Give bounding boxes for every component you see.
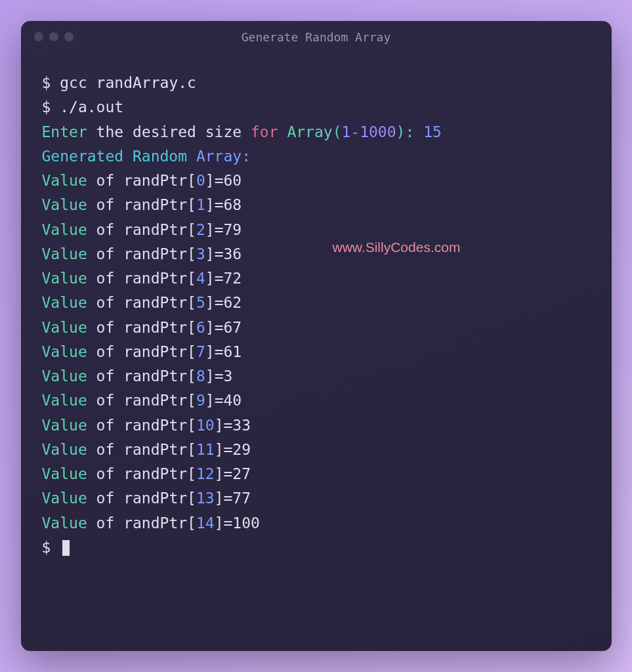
of-word: of xyxy=(87,245,123,262)
cursor-icon xyxy=(62,540,70,556)
array-value: 61 xyxy=(223,343,242,360)
array-value: 60 xyxy=(223,172,242,189)
prompt-text: the desired size xyxy=(87,123,251,140)
randptr-text: randPtr[ xyxy=(123,245,196,262)
value-word: Value xyxy=(42,245,87,262)
close-bracket-eq: ]= xyxy=(215,417,233,434)
close-text: ): xyxy=(396,123,424,140)
generated-text: Generated Random xyxy=(42,148,196,165)
final-prompt-line: $ xyxy=(42,536,591,560)
close-bracket-eq: ]= xyxy=(205,368,224,385)
value-word: Value xyxy=(42,319,87,336)
close-bracket-eq: ]= xyxy=(205,196,224,213)
randptr-text: randPtr[ xyxy=(123,392,196,409)
index-value: 3 xyxy=(196,245,205,262)
index-value: 9 xyxy=(196,392,205,409)
terminal-window: Generate Random Array $ gcc randArray.c … xyxy=(21,21,612,651)
index-value: 6 xyxy=(196,319,205,336)
array-value: 40 xyxy=(223,392,242,409)
array-value: 68 xyxy=(223,196,242,213)
array-value: 72 xyxy=(223,270,242,287)
close-bracket-eq: ]= xyxy=(205,172,224,189)
index-value: 14 xyxy=(196,514,215,532)
output-row: Value of randPtr[3]=36 xyxy=(42,242,591,266)
output-row: Value of randPtr[0]=60 xyxy=(42,169,591,193)
generated-header-line: Generated Random Array: xyxy=(42,144,591,169)
array-value: 62 xyxy=(223,294,242,311)
value-word: Value xyxy=(42,392,87,409)
array-value: 33 xyxy=(232,417,251,434)
index-value: 7 xyxy=(196,343,205,360)
randptr-text: randPtr[ xyxy=(123,514,196,532)
value-word: Value xyxy=(42,270,87,287)
array-value: 3 xyxy=(223,368,232,385)
array-value: 100 xyxy=(232,514,260,532)
of-word: of xyxy=(87,514,123,532)
array-value: 29 xyxy=(232,441,251,458)
terminal-body[interactable]: $ gcc randArray.c $ ./a.out Enter the de… xyxy=(21,52,612,578)
output-row: Value of randPtr[2]=79 xyxy=(42,218,591,242)
value-word: Value xyxy=(42,221,87,238)
randptr-text: randPtr[ xyxy=(123,221,196,238)
output-row: Value of randPtr[10]=33 xyxy=(42,413,591,438)
of-word: of xyxy=(87,270,123,287)
index-value: 1 xyxy=(196,196,205,213)
randptr-text: randPtr[ xyxy=(123,172,196,189)
maximize-icon[interactable] xyxy=(64,32,74,41)
user-input: 15 xyxy=(423,123,442,140)
minimize-icon[interactable] xyxy=(49,32,58,41)
randptr-text: randPtr[ xyxy=(123,368,196,385)
randptr-text: randPtr[ xyxy=(123,490,196,507)
of-word: of xyxy=(87,343,123,360)
randptr-text: randPtr[ xyxy=(123,441,196,458)
index-value: 11 xyxy=(196,441,215,458)
randptr-text: randPtr[ xyxy=(123,343,196,360)
output-rows: Value of randPtr[0]=60Value of randPtr[1… xyxy=(42,169,591,536)
array-value: 79 xyxy=(223,221,242,238)
index-value: 12 xyxy=(196,465,215,482)
randptr-text: randPtr[ xyxy=(123,294,196,311)
index-value: 2 xyxy=(196,221,205,238)
of-word: of xyxy=(87,294,123,311)
of-word: of xyxy=(87,368,123,385)
array-header: Array: xyxy=(196,148,251,165)
prompt-symbol: $ xyxy=(42,74,51,91)
output-row: Value of randPtr[6]=67 xyxy=(42,316,591,340)
value-word: Value xyxy=(42,417,87,434)
watermark-text: www.SillyCodes.com xyxy=(333,236,461,259)
index-value: 4 xyxy=(196,270,205,287)
of-word: of xyxy=(87,441,123,458)
of-word: of xyxy=(87,196,123,213)
value-word: Value xyxy=(42,343,87,360)
of-word: of xyxy=(87,490,123,507)
value-word: Value xyxy=(42,441,87,458)
of-word: of xyxy=(87,221,123,238)
index-value: 0 xyxy=(196,172,205,189)
output-row: Value of randPtr[4]=72 xyxy=(42,266,591,291)
close-icon[interactable] xyxy=(34,32,43,41)
output-row: Value of randPtr[9]=40 xyxy=(42,388,591,413)
value-word: Value xyxy=(42,294,87,311)
close-bracket-eq: ]= xyxy=(205,221,224,238)
close-bracket-eq: ]= xyxy=(205,270,224,287)
value-word: Value xyxy=(42,490,87,507)
output-row: Value of randPtr[1]=68 xyxy=(42,193,591,217)
output-row: Value of randPtr[13]=77 xyxy=(42,486,591,511)
array-text: Array( xyxy=(278,123,342,140)
of-word: of xyxy=(87,172,123,189)
prompt-symbol: $ xyxy=(42,98,51,116)
randptr-text: randPtr[ xyxy=(123,270,196,287)
close-bracket-eq: ]= xyxy=(205,319,224,336)
output-row: Value of randPtr[11]=29 xyxy=(42,438,591,462)
command-text: ./a.out xyxy=(60,98,123,116)
of-word: of xyxy=(87,392,123,409)
close-bracket-eq: ]= xyxy=(215,441,233,458)
randptr-text: randPtr[ xyxy=(123,319,196,336)
output-row: Value of randPtr[7]=61 xyxy=(42,340,591,364)
index-value: 10 xyxy=(196,417,215,434)
output-row: Value of randPtr[12]=27 xyxy=(42,462,591,486)
randptr-text: randPtr[ xyxy=(123,196,196,213)
of-word: of xyxy=(87,417,123,434)
command-line-2: $ ./a.out xyxy=(42,95,591,119)
index-value: 13 xyxy=(196,490,215,507)
